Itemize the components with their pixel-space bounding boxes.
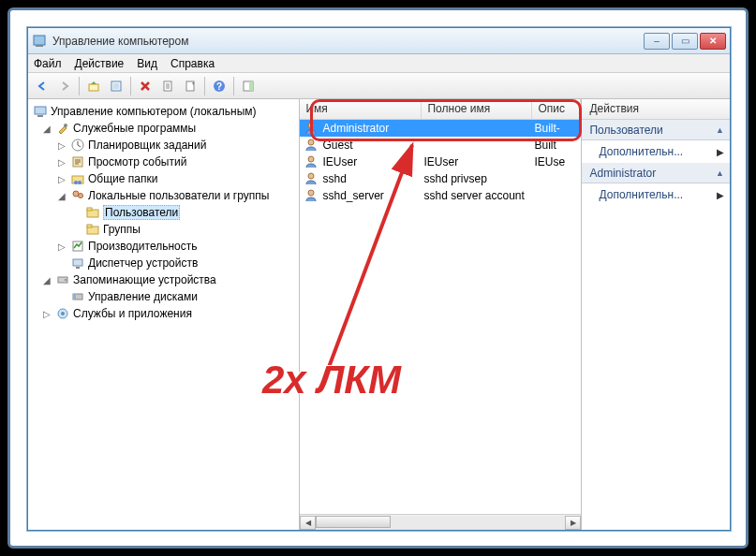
svg-point-17	[74, 181, 78, 184]
forward-button[interactable]	[54, 76, 75, 96]
tree-services-apps[interactable]: ▷ Службы и приложения	[30, 305, 297, 322]
list-row[interactable]: IEUserIEUserIEUse	[300, 154, 581, 170]
clock-icon	[70, 138, 85, 153]
action-pane-button[interactable]	[238, 76, 259, 96]
chevron-right-icon: ▶	[717, 190, 724, 200]
menu-help[interactable]: Справка	[170, 57, 215, 70]
svg-point-33	[61, 312, 65, 315]
tree-storage[interactable]: ◢ Запоминающие устройства	[30, 271, 297, 288]
svg-rect-2	[89, 84, 98, 91]
list-pane: Имя Полное имя Опис AdministratorBuilt-G…	[300, 99, 582, 530]
action-group-users[interactable]: Пользователи ▲	[582, 120, 730, 140]
app-icon	[32, 34, 47, 49]
device-icon	[70, 256, 85, 271]
disk-icon	[70, 289, 85, 304]
svg-rect-1	[36, 45, 43, 47]
tree-users[interactable]: Пользователи	[30, 204, 297, 221]
collapse-icon[interactable]: ◢	[56, 191, 67, 201]
svg-point-18	[78, 181, 82, 184]
svg-rect-4	[113, 83, 119, 89]
expand-icon[interactable]: ▷	[41, 309, 52, 319]
folder-icon	[85, 222, 100, 237]
expand-icon[interactable]: ▷	[56, 241, 67, 252]
refresh-button[interactable]	[180, 76, 200, 96]
close-button[interactable]: ✕	[700, 33, 726, 50]
svg-point-29	[65, 279, 67, 281]
folder-icon	[85, 205, 100, 220]
svg-rect-31	[73, 294, 76, 300]
collapse-icon[interactable]: ◢	[41, 124, 52, 134]
tree-disk-management[interactable]: Управление дисками	[30, 288, 297, 305]
user-icon	[304, 138, 319, 153]
export-button[interactable]	[157, 76, 178, 96]
cell-desc: Built-	[534, 122, 581, 135]
list-row[interactable]: AdministratorBuilt-	[300, 120, 581, 137]
tree-shared-folders[interactable]: ▷ Общие папки	[30, 170, 297, 187]
titlebar[interactable]: Управление компьютером – ▭ ✕	[28, 28, 730, 54]
menu-view[interactable]: Вид	[137, 57, 157, 70]
action-group-admin[interactable]: Administrator ▲	[582, 163, 730, 183]
cell-fullname: sshd server account	[423, 189, 534, 202]
tree-device-manager[interactable]: Диспетчер устройств	[30, 255, 297, 271]
users-icon	[70, 188, 85, 203]
user-icon	[304, 171, 319, 186]
collapse-icon[interactable]: ◢	[41, 275, 52, 285]
expand-icon[interactable]: ▷	[56, 174, 67, 184]
list-row[interactable]: GuestBuilt	[300, 137, 581, 154]
column-desc[interactable]: Опис	[532, 99, 581, 119]
computer-icon	[33, 104, 48, 119]
svg-rect-16	[72, 176, 83, 183]
menu-action[interactable]: Действие	[75, 57, 125, 70]
svg-rect-12	[37, 115, 43, 117]
tree-pane[interactable]: Управление компьютером (локальным) ◢ Слу…	[28, 99, 300, 530]
up-button[interactable]	[83, 76, 104, 96]
storage-icon	[55, 272, 70, 287]
help-button[interactable]: ?	[209, 76, 230, 96]
svg-point-38	[308, 190, 314, 196]
maximize-button[interactable]: ▭	[672, 33, 698, 50]
tree-groups[interactable]: Группы	[30, 221, 297, 238]
scroll-left-icon[interactable]: ◀	[300, 516, 316, 530]
toolbar: ?	[28, 73, 730, 99]
list-body[interactable]: AdministratorBuilt-GuestBuiltIEUserIEUse…	[300, 120, 581, 514]
cell-name: sshd_server	[322, 189, 423, 202]
delete-button[interactable]	[135, 76, 156, 96]
tree-task-scheduler[interactable]: ▷ Планировщик заданий	[30, 137, 297, 154]
tree-local-users-groups[interactable]: ◢ Локальные пользователи и группы	[30, 187, 297, 204]
user-icon	[304, 121, 319, 136]
horizontal-scrollbar[interactable]: ◀ ▶	[300, 514, 581, 530]
svg-point-37	[308, 173, 314, 179]
svg-rect-27	[76, 267, 80, 269]
collapse-icon[interactable]: ▲	[716, 168, 724, 178]
window-title: Управление компьютером	[52, 35, 644, 48]
cell-name: Guest	[322, 139, 423, 152]
tree-services-programs[interactable]: ◢ Служебные программы	[30, 120, 297, 137]
expand-icon[interactable]: ▷	[56, 157, 67, 168]
action-more-users[interactable]: Дополнительн... ▶	[582, 140, 730, 163]
shared-folder-icon	[70, 171, 85, 186]
list-row[interactable]: sshdsshd privsep	[300, 170, 581, 187]
properties-button[interactable]	[106, 76, 126, 96]
action-more-admin[interactable]: Дополнительн... ▶	[582, 183, 730, 206]
back-button[interactable]	[32, 76, 52, 96]
list-row[interactable]: sshd_serversshd server account	[300, 187, 581, 204]
svg-rect-26	[73, 259, 82, 266]
tree-performance[interactable]: ▷ Производительность	[30, 238, 297, 255]
tree-root[interactable]: Управление компьютером (локальным)	[30, 103, 297, 120]
list-header: Имя Полное имя Опис	[300, 99, 581, 120]
svg-point-35	[308, 139, 314, 145]
window: Управление компьютером – ▭ ✕ Файл Действ…	[27, 27, 731, 531]
cell-name: Administrator	[322, 122, 423, 135]
column-name[interactable]: Имя	[300, 99, 422, 119]
column-fullname[interactable]: Полное имя	[422, 99, 532, 119]
menu-file[interactable]: Файл	[34, 57, 62, 70]
collapse-icon[interactable]: ▲	[716, 125, 724, 135]
minimize-button[interactable]: –	[644, 33, 670, 50]
svg-rect-24	[87, 225, 92, 227]
menubar: Файл Действие Вид Справка	[28, 54, 730, 73]
tree-event-viewer[interactable]: ▷ Просмотр событий	[30, 154, 297, 170]
scroll-thumb[interactable]	[316, 516, 391, 528]
scroll-right-icon[interactable]: ▶	[565, 516, 581, 530]
svg-rect-11	[35, 107, 46, 114]
expand-icon[interactable]: ▷	[56, 140, 67, 151]
